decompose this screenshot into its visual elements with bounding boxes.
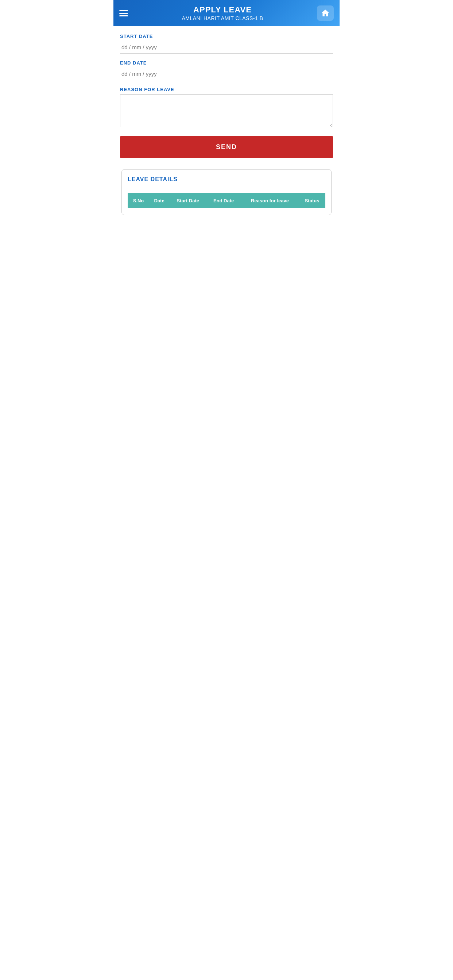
table-header: S.No Date Start Date End Date Reason for… <box>128 194 325 208</box>
col-status: Status <box>299 194 325 208</box>
col-sno: S.No <box>128 194 149 208</box>
leave-details-title: LEAVE DETAILS <box>128 176 325 183</box>
send-button[interactable]: SEND <box>120 136 333 158</box>
col-start-date: Start Date <box>170 194 206 208</box>
header-title-block: APPLY LEAVE AMLANI HARIT AMIT CLASS-1 B <box>128 5 317 21</box>
end-date-label: END DATE <box>120 60 333 65</box>
student-name: AMLANI HARIT AMIT CLASS-1 B <box>128 15 317 21</box>
col-date: Date <box>149 194 170 208</box>
end-date-group: END DATE <box>120 60 333 80</box>
col-reason: Reason for leave <box>241 194 299 208</box>
reason-textarea[interactable] <box>120 94 333 127</box>
leave-details-table: S.No Date Start Date End Date Reason for… <box>128 193 325 208</box>
start-date-input[interactable] <box>120 41 333 54</box>
menu-icon[interactable] <box>119 10 128 16</box>
col-end-date: End Date <box>206 194 241 208</box>
home-icon <box>321 8 330 18</box>
leave-details-card: LEAVE DETAILS S.No Date Start Date End D… <box>121 169 332 215</box>
start-date-label: START DATE <box>120 33 333 39</box>
start-date-group: START DATE <box>120 33 333 54</box>
app-header: APPLY LEAVE AMLANI HARIT AMIT CLASS-1 B <box>113 0 340 26</box>
leave-form: START DATE END DATE REASON FOR LEAVE SEN… <box>113 26 340 223</box>
reason-label: REASON FOR LEAVE <box>120 87 333 92</box>
end-date-input[interactable] <box>120 68 333 80</box>
home-button[interactable] <box>317 5 334 21</box>
reason-group: REASON FOR LEAVE <box>120 87 333 129</box>
page-title: APPLY LEAVE <box>128 5 317 14</box>
table-header-row: S.No Date Start Date End Date Reason for… <box>128 194 325 208</box>
